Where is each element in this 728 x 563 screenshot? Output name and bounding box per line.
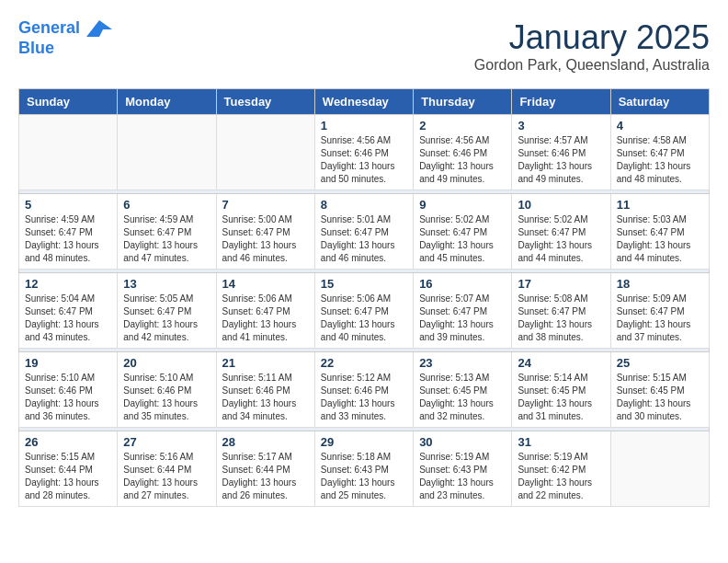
day-number: 7	[222, 198, 309, 212]
day-number: 16	[419, 277, 506, 291]
day-number: 22	[321, 356, 407, 370]
month-title: January 2025	[474, 18, 710, 57]
day-number: 4	[617, 119, 703, 132]
day-info: Sunrise: 5:12 AM Sunset: 6:46 PM Dayligh…	[321, 372, 407, 423]
calendar-cell: 28Sunrise: 5:17 AM Sunset: 6:44 PM Dayli…	[216, 431, 314, 507]
calendar-cell: 4Sunrise: 4:58 AM Sunset: 6:47 PM Daylig…	[610, 115, 709, 190]
day-info: Sunrise: 5:15 AM Sunset: 6:44 PM Dayligh…	[25, 451, 111, 502]
calendar-cell: 9Sunrise: 5:02 AM Sunset: 6:47 PM Daylig…	[414, 194, 512, 270]
calendar-cell	[19, 115, 118, 190]
day-info: Sunrise: 4:57 AM Sunset: 6:46 PM Dayligh…	[518, 134, 604, 186]
calendar-week-2: 5Sunrise: 4:59 AM Sunset: 6:47 PM Daylig…	[19, 194, 710, 270]
day-info: Sunrise: 5:02 AM Sunset: 6:47 PM Dayligh…	[419, 213, 506, 265]
day-number: 18	[617, 277, 703, 291]
calendar-cell: 25Sunrise: 5:15 AM Sunset: 6:45 PM Dayli…	[610, 352, 709, 428]
calendar-cell: 14Sunrise: 5:06 AM Sunset: 6:47 PM Dayli…	[216, 273, 314, 349]
calendar-cell: 7Sunrise: 5:00 AM Sunset: 6:47 PM Daylig…	[216, 194, 314, 270]
day-number: 30	[419, 435, 506, 449]
calendar-cell: 30Sunrise: 5:19 AM Sunset: 6:43 PM Dayli…	[414, 431, 512, 507]
calendar-cell: 21Sunrise: 5:11 AM Sunset: 6:46 PM Dayli…	[216, 352, 314, 428]
day-info: Sunrise: 5:10 AM Sunset: 6:46 PM Dayligh…	[123, 372, 210, 423]
header-monday: Monday	[118, 89, 216, 115]
day-info: Sunrise: 5:10 AM Sunset: 6:46 PM Dayligh…	[25, 372, 111, 423]
header-wednesday: Wednesday	[314, 89, 413, 115]
day-number: 15	[321, 277, 407, 291]
day-number: 9	[419, 198, 506, 212]
calendar-cell: 13Sunrise: 5:05 AM Sunset: 6:47 PM Dayli…	[118, 273, 216, 349]
calendar-cell: 17Sunrise: 5:08 AM Sunset: 6:47 PM Dayli…	[512, 273, 610, 349]
day-number: 24	[518, 356, 604, 370]
svg-marker-0	[86, 20, 112, 37]
calendar-cell: 16Sunrise: 5:07 AM Sunset: 6:47 PM Dayli…	[414, 273, 512, 349]
calendar-cell: 3Sunrise: 4:57 AM Sunset: 6:46 PM Daylig…	[512, 115, 610, 190]
calendar-cell: 1Sunrise: 4:56 AM Sunset: 6:46 PM Daylig…	[314, 115, 413, 190]
day-number: 3	[518, 119, 604, 132]
day-number: 10	[518, 198, 604, 212]
day-number: 25	[617, 356, 703, 370]
calendar-cell: 24Sunrise: 5:14 AM Sunset: 6:45 PM Dayli…	[512, 352, 610, 428]
calendar-cell: 10Sunrise: 5:02 AM Sunset: 6:47 PM Dayli…	[512, 194, 610, 270]
calendar-week-3: 12Sunrise: 5:04 AM Sunset: 6:47 PM Dayli…	[19, 273, 710, 349]
header-thursday: Thursday	[414, 89, 512, 115]
location-subtitle: Gordon Park, Queensland, Australia	[474, 57, 710, 74]
day-info: Sunrise: 5:05 AM Sunset: 6:47 PM Dayligh…	[123, 293, 210, 344]
day-number: 13	[123, 277, 210, 291]
calendar-cell: 29Sunrise: 5:18 AM Sunset: 6:43 PM Dayli…	[314, 431, 413, 507]
calendar-cell: 11Sunrise: 5:03 AM Sunset: 6:47 PM Dayli…	[610, 194, 709, 270]
calendar-cell: 31Sunrise: 5:19 AM Sunset: 6:42 PM Dayli…	[512, 431, 610, 507]
calendar-cell: 2Sunrise: 4:56 AM Sunset: 6:46 PM Daylig…	[414, 115, 512, 190]
day-info: Sunrise: 5:01 AM Sunset: 6:47 PM Dayligh…	[321, 213, 407, 265]
day-info: Sunrise: 5:08 AM Sunset: 6:47 PM Dayligh…	[518, 293, 604, 344]
header-tuesday: Tuesday	[216, 89, 314, 115]
day-info: Sunrise: 5:14 AM Sunset: 6:45 PM Dayligh…	[518, 372, 604, 423]
logo-line2: Blue	[18, 39, 112, 59]
calendar-cell: 18Sunrise: 5:09 AM Sunset: 6:47 PM Dayli…	[610, 273, 709, 349]
day-number: 1	[321, 119, 407, 132]
day-info: Sunrise: 5:00 AM Sunset: 6:47 PM Dayligh…	[222, 213, 309, 265]
day-info: Sunrise: 5:06 AM Sunset: 6:47 PM Dayligh…	[321, 293, 407, 344]
day-info: Sunrise: 5:02 AM Sunset: 6:47 PM Dayligh…	[518, 213, 604, 265]
day-info: Sunrise: 4:58 AM Sunset: 6:47 PM Dayligh…	[617, 134, 703, 186]
day-number: 6	[123, 198, 210, 212]
day-number: 21	[222, 356, 309, 370]
logo-text: General	[18, 18, 112, 39]
day-number: 28	[222, 435, 309, 449]
day-number: 19	[25, 356, 111, 370]
title-block: January 2025 Gordon Park, Queensland, Au…	[474, 18, 710, 74]
header-sunday: Sunday	[19, 89, 118, 115]
day-number: 2	[419, 119, 506, 132]
logo: General Blue	[18, 18, 112, 58]
day-number: 23	[419, 356, 506, 370]
day-info: Sunrise: 5:16 AM Sunset: 6:44 PM Dayligh…	[123, 451, 210, 502]
day-info: Sunrise: 4:59 AM Sunset: 6:47 PM Dayligh…	[25, 213, 111, 265]
logo-bird-icon	[86, 20, 112, 37]
day-number: 5	[25, 198, 111, 212]
day-info: Sunrise: 5:03 AM Sunset: 6:47 PM Dayligh…	[617, 213, 703, 265]
day-number: 8	[321, 198, 407, 212]
day-info: Sunrise: 5:19 AM Sunset: 6:43 PM Dayligh…	[419, 451, 506, 502]
day-info: Sunrise: 5:11 AM Sunset: 6:46 PM Dayligh…	[222, 372, 309, 423]
day-number: 11	[617, 198, 703, 212]
day-info: Sunrise: 5:06 AM Sunset: 6:47 PM Dayligh…	[222, 293, 309, 344]
calendar-cell: 6Sunrise: 4:59 AM Sunset: 6:47 PM Daylig…	[118, 194, 216, 270]
day-info: Sunrise: 4:59 AM Sunset: 6:47 PM Dayligh…	[123, 213, 210, 265]
calendar-cell: 5Sunrise: 4:59 AM Sunset: 6:47 PM Daylig…	[19, 194, 118, 270]
day-number: 14	[222, 277, 309, 291]
day-number: 26	[25, 435, 111, 449]
calendar-cell: 12Sunrise: 5:04 AM Sunset: 6:47 PM Dayli…	[19, 273, 118, 349]
day-number: 12	[25, 277, 111, 291]
calendar-cell: 27Sunrise: 5:16 AM Sunset: 6:44 PM Dayli…	[118, 431, 216, 507]
calendar-cell: 20Sunrise: 5:10 AM Sunset: 6:46 PM Dayli…	[118, 352, 216, 428]
calendar-cell: 8Sunrise: 5:01 AM Sunset: 6:47 PM Daylig…	[314, 194, 413, 270]
header-saturday: Saturday	[610, 89, 709, 115]
calendar-cell	[216, 115, 314, 190]
calendar-week-4: 19Sunrise: 5:10 AM Sunset: 6:46 PM Dayli…	[19, 352, 710, 428]
logo-line1: General	[18, 18, 80, 37]
calendar-header-row: SundayMondayTuesdayWednesdayThursdayFrid…	[19, 89, 710, 115]
header-friday: Friday	[512, 89, 610, 115]
calendar-cell: 26Sunrise: 5:15 AM Sunset: 6:44 PM Dayli…	[19, 431, 118, 507]
calendar-week-5: 26Sunrise: 5:15 AM Sunset: 6:44 PM Dayli…	[19, 431, 710, 507]
page-header: General Blue January 2025 Gordon Park, Q…	[18, 18, 710, 74]
day-info: Sunrise: 5:09 AM Sunset: 6:47 PM Dayligh…	[617, 293, 703, 344]
calendar-week-1: 1Sunrise: 4:56 AM Sunset: 6:46 PM Daylig…	[19, 115, 710, 190]
